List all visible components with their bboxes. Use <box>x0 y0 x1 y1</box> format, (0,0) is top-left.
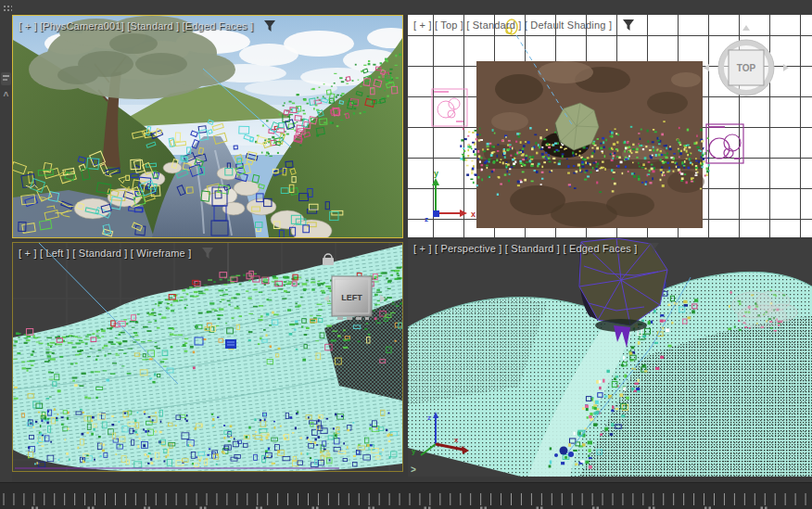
viewcube-face-label: LEFT <box>341 293 362 302</box>
viewport-camera[interactable]: [ + ] [PhysCamera001] [Standard ] [Edged… <box>12 15 403 238</box>
toolbar-drag-handle[interactable] <box>3 5 12 11</box>
svg-text:z: z <box>427 414 431 422</box>
chevron-up-icon[interactable]: ^ <box>0 91 12 101</box>
filter-icon[interactable] <box>622 19 635 32</box>
side-panel-strip: ^ <box>0 15 12 482</box>
viewport-left[interactable]: LEFT [ + ] [ Left ] [ Standard ] [ Wiref… <box>12 242 403 472</box>
viewport-label-top[interactable]: [ + ] [ Top ] [ Standard ] [ Default Sha… <box>413 19 612 31</box>
viewport-top[interactable]: TOP y x z [ + ] [ Top ] [ Standard ] [ D… <box>408 15 812 237</box>
track-bar-ticks <box>0 483 812 509</box>
filter-icon[interactable] <box>647 242 660 255</box>
svg-text:x: x <box>471 210 476 219</box>
axis-tripod: y x z <box>425 169 476 223</box>
svg-text:y: y <box>434 169 438 178</box>
top-scene: TOP y x z <box>408 15 812 237</box>
toolbar-strip <box>0 0 812 15</box>
viewport-label-perspective[interactable]: [ + ] [ Perspective ] [ Standard ] [ Edg… <box>413 243 637 254</box>
viewcube[interactable]: TOP <box>704 25 789 95</box>
prompt-char: > <box>411 464 416 475</box>
filter-icon[interactable] <box>201 247 214 260</box>
track-bar[interactable] <box>0 482 812 509</box>
left-scene: LEFT <box>13 243 402 471</box>
lock-icon <box>323 254 334 265</box>
helper-gizmo-left <box>432 89 467 126</box>
filter-icon[interactable] <box>263 19 276 32</box>
camera-scene <box>13 16 402 237</box>
panel-icon[interactable] <box>1 72 11 85</box>
svg-text:y: y <box>412 447 416 455</box>
helper-gizmo-right <box>706 124 743 163</box>
viewport-label-left[interactable]: [ + ] [ Left ] [ Standard ] [ Wireframe … <box>19 248 191 259</box>
svg-text:x: x <box>454 436 459 444</box>
viewport-perspective[interactable]: z y x > [ + ] [ Perspective ] [ Standard… <box>408 238 812 477</box>
perspective-scene: z y x > <box>408 238 812 477</box>
svg-text:z: z <box>425 215 428 223</box>
viewcube-face-label: TOP <box>737 63 756 73</box>
viewport-label-camera[interactable]: [ + ] [PhysCamera001] [Standard ] [Edged… <box>19 20 253 32</box>
